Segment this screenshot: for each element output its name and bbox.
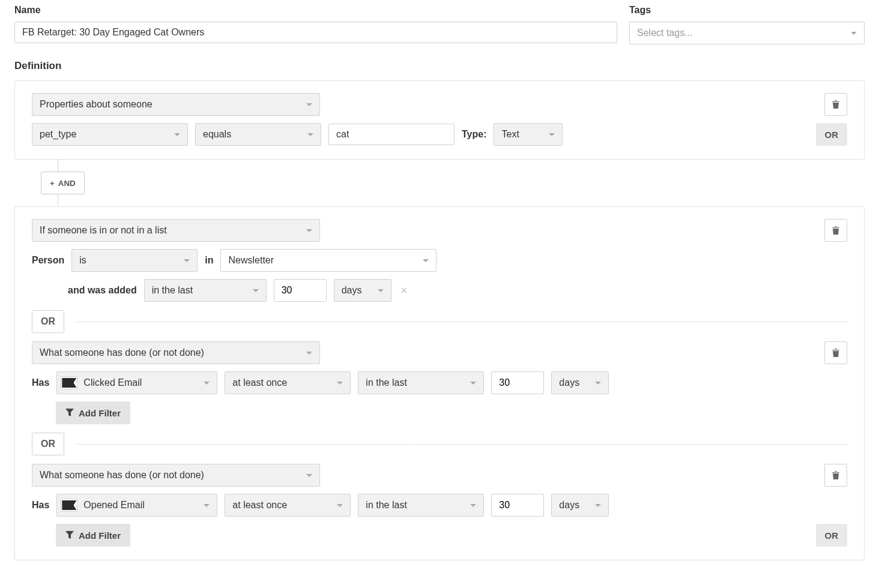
condition-type-value: Properties about someone <box>40 99 153 110</box>
time-value-input[interactable] <box>274 279 327 302</box>
chevron-down-icon <box>306 474 312 477</box>
type-select[interactable]: Text <box>494 123 563 146</box>
and-button[interactable]: + AND <box>41 172 85 194</box>
condition-type-value: What someone has done (or not done) <box>40 470 204 481</box>
name-input[interactable] <box>14 22 617 43</box>
list-value: Newsletter <box>228 255 274 266</box>
type-label: Type: <box>462 129 486 140</box>
time-unit-value: days <box>342 285 362 296</box>
filter-icon <box>65 531 74 539</box>
condition-type-select[interactable]: What someone has done (or not done) <box>32 341 320 364</box>
trash-icon <box>832 470 840 480</box>
chevron-down-icon <box>595 382 601 385</box>
chevron-down-icon <box>337 504 343 507</box>
event-value: Clicked Email <box>83 377 142 388</box>
chevron-down-icon <box>337 382 343 385</box>
chevron-down-icon <box>253 289 259 292</box>
in-label: in <box>205 255 213 266</box>
chevron-down-icon <box>549 133 555 136</box>
chevron-down-icon <box>851 32 857 35</box>
tags-select[interactable]: Select tags... <box>629 22 865 44</box>
chevron-down-icon <box>174 133 180 136</box>
chevron-down-icon <box>306 352 312 355</box>
freq-value: at least once <box>232 377 287 388</box>
tags-label: Tags <box>629 5 865 16</box>
flag-icon <box>62 378 76 388</box>
chevron-down-icon <box>378 289 384 292</box>
filter-icon <box>65 409 74 417</box>
or-button[interactable]: OR <box>32 433 64 455</box>
chevron-down-icon <box>306 103 312 106</box>
add-filter-label: Add Filter <box>79 530 121 541</box>
person-label: Person <box>32 255 64 266</box>
add-filter-label: Add Filter <box>79 408 121 418</box>
condition-type-value: What someone has done (or not done) <box>40 347 204 358</box>
has-label: Has <box>32 377 49 388</box>
time-unit-select[interactable]: days <box>551 494 609 517</box>
tags-placeholder: Select tags... <box>637 28 693 38</box>
time-value-input[interactable] <box>491 494 544 517</box>
condition-block: Properties about someone pet_type equals… <box>14 80 865 160</box>
property-value: pet_type <box>40 129 76 140</box>
time-unit-value: days <box>559 500 579 511</box>
time-op-select[interactable]: in the last <box>358 494 484 517</box>
plus-icon: + <box>50 179 55 188</box>
chevron-down-icon <box>470 382 476 385</box>
chevron-down-icon <box>184 259 190 262</box>
freq-select[interactable]: at least once <box>225 494 351 517</box>
time-unit-value: days <box>559 377 579 388</box>
time-unit-select[interactable]: days <box>334 279 391 302</box>
freq-value: at least once <box>232 500 287 511</box>
operator-value: equals <box>203 129 231 140</box>
divider-line <box>76 322 847 322</box>
freq-select[interactable]: at least once <box>225 371 351 394</box>
name-label: Name <box>14 5 617 16</box>
time-op-select[interactable]: in the last <box>144 279 267 302</box>
chevron-down-icon <box>204 504 210 507</box>
chevron-down-icon <box>306 229 312 232</box>
condition-type-value: If someone is in or not in a list <box>40 225 167 236</box>
and-button-label: AND <box>58 179 76 188</box>
event-value: Opened Email <box>83 500 144 511</box>
operator-select[interactable]: equals <box>195 123 321 146</box>
trash-icon <box>832 348 840 358</box>
chevron-down-icon <box>204 382 210 385</box>
flag-icon <box>62 500 76 510</box>
has-label: Has <box>32 500 49 511</box>
property-select[interactable]: pet_type <box>32 123 188 146</box>
chevron-down-icon <box>423 259 429 262</box>
or-button[interactable]: OR <box>32 310 64 333</box>
type-value: Text <box>501 129 519 140</box>
person-op-value: is <box>79 255 86 266</box>
time-op-value: in the last <box>366 500 406 511</box>
time-unit-select[interactable]: days <box>551 371 609 394</box>
and-was-added-label: and was added <box>68 285 137 296</box>
add-filter-button[interactable]: Add Filter <box>56 401 130 424</box>
person-op-select[interactable]: is <box>71 249 198 272</box>
divider-line <box>76 444 847 445</box>
trash-icon <box>832 226 840 235</box>
chevron-down-icon <box>470 504 476 507</box>
time-op-select[interactable]: in the last <box>358 371 484 394</box>
time-op-value: in the last <box>366 377 406 388</box>
condition-block: If someone is in or not in a list Person… <box>14 206 865 560</box>
chevron-down-icon <box>307 133 313 136</box>
list-select[interactable]: Newsletter <box>220 249 436 272</box>
or-button[interactable]: OR <box>816 123 848 146</box>
event-select[interactable]: Opened Email <box>56 494 217 517</box>
remove-time-button[interactable]: × <box>399 284 410 297</box>
trash-icon <box>832 100 840 109</box>
property-value-input[interactable] <box>328 124 455 145</box>
delete-button[interactable] <box>824 464 847 487</box>
or-button[interactable]: OR <box>816 524 848 547</box>
time-value-input[interactable] <box>491 371 544 394</box>
delete-button[interactable] <box>824 93 847 116</box>
delete-button[interactable] <box>824 219 847 242</box>
definition-label: Definition <box>14 60 865 72</box>
condition-type-select[interactable]: If someone is in or not in a list <box>32 219 320 242</box>
delete-button[interactable] <box>824 341 847 364</box>
condition-type-select[interactable]: What someone has done (or not done) <box>32 464 320 487</box>
add-filter-button[interactable]: Add Filter <box>56 524 130 547</box>
event-select[interactable]: Clicked Email <box>56 371 217 394</box>
condition-type-select[interactable]: Properties about someone <box>32 93 320 116</box>
